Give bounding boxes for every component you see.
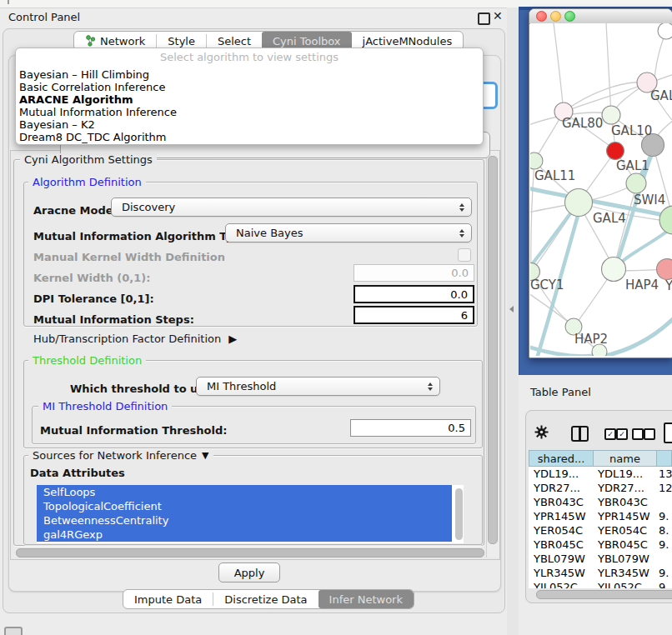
settings-vertical-scrollbar-thumb[interactable]: [488, 156, 498, 544]
traffic-light-close[interactable]: [536, 11, 547, 22]
settings-horizontal-scrollbar-thumb[interactable]: [16, 548, 484, 558]
network-node-gal4[interactable]: [565, 189, 593, 217]
table-row[interactable]: YBL079W YBL079W: [529, 552, 672, 566]
list-scrollbar-thumb[interactable]: [455, 488, 463, 540]
aracne-mode-combo[interactable]: Discovery: [111, 198, 472, 217]
sources-title-row[interactable]: Sources for Network Inference ▼: [28, 449, 213, 462]
tab-discretize-data-label: Discretize Data: [224, 593, 307, 606]
which-threshold-combo[interactable]: MI Threshold: [196, 377, 440, 396]
mi-type-value: Naive Bayes: [236, 227, 303, 239]
mi-type-combo[interactable]: Naive Bayes: [225, 223, 472, 242]
float-button[interactable]: [478, 12, 490, 25]
close-button[interactable]: ✕: [493, 9, 503, 22]
network-node-gal1[interactable]: [626, 173, 646, 193]
table-row[interactable]: YBR043C YBR043C: [529, 495, 672, 509]
network-node[interactable]: [659, 206, 672, 234]
algorithm-option-selected[interactable]: ARACNE Algorithm: [16, 93, 483, 106]
kernel-width-field[interactable]: 0.0: [354, 264, 474, 282]
panel-splitter[interactable]: [507, 8, 519, 635]
table-row[interactable]: YDR27... YDR27... 12: [529, 481, 672, 495]
node-label: HAP4: [625, 278, 659, 292]
tab-style-label: Style: [168, 35, 195, 48]
cell-shared: YPR145W: [529, 510, 593, 522]
network-icon: [85, 35, 96, 47]
cell-name: YDR27...: [593, 482, 656, 494]
mi-threshold-definition-title: MI Threshold Definition: [38, 400, 172, 412]
network-node-red[interactable]: [607, 142, 624, 160]
panel-title: Control Panel: [8, 11, 80, 23]
aracne-mode-label: Aracne Mode:: [33, 204, 118, 217]
gear-icon[interactable]: [534, 425, 549, 439]
network-node-gal10[interactable]: [602, 106, 620, 124]
traffic-light-zoom[interactable]: [564, 11, 575, 22]
list-item[interactable]: gal4RGexp: [37, 528, 452, 542]
collapse-arrow-icon: ▼: [202, 450, 208, 461]
cell-value: 12: [656, 482, 672, 494]
table-row[interactable]: YIL052C YIL052C 9: [529, 580, 672, 588]
table-row[interactable]: YER054C YER054C 8.: [529, 523, 672, 538]
aracne-mode-value: Discovery: [122, 201, 175, 213]
mi-steps-label: Mutual Information Steps:: [33, 313, 194, 326]
cyni-algorithm-settings-title: Cyni Algorithm Settings: [20, 153, 157, 166]
deselect-all-icon[interactable]: [644, 428, 655, 440]
apply-button[interactable]: Apply: [218, 562, 280, 582]
column-header-partial[interactable]: [657, 451, 671, 466]
cell-name: YDL19...: [593, 468, 656, 480]
algorithm-option[interactable]: Basic Correlation Inference: [16, 81, 483, 93]
cell-shared: YIL052C: [529, 581, 593, 588]
tab-infer-network[interactable]: Infer Network: [318, 590, 414, 608]
traffic-light-minimize[interactable]: [550, 11, 561, 22]
node-label: GAL80: [562, 116, 603, 131]
network-node[interactable]: [530, 152, 543, 169]
select-all-icon[interactable]: ✓: [604, 428, 616, 440]
hub-definition-expander[interactable]: Hub/Transcription Factor Definition ▶: [33, 332, 237, 345]
list-item[interactable]: BetweennessCentrality: [37, 513, 452, 528]
column-header-shared[interactable]: shared...: [529, 451, 594, 466]
column-header-name[interactable]: name: [594, 451, 657, 466]
algorithm-option[interactable]: Bayesian – K2: [16, 118, 483, 131]
manual-kernel-checkbox[interactable]: [458, 248, 471, 262]
table-row[interactable]: YDL19... YDL19... 13: [529, 467, 672, 481]
dpi-tolerance-field[interactable]: 0.0: [354, 285, 474, 303]
mi-threshold-field[interactable]: 0.5: [350, 419, 471, 437]
algorithm-option[interactable]: Dream8 DC_TDC Algorithm: [16, 131, 483, 143]
manual-kernel-label: Manual Kernel Width Definition: [33, 251, 225, 263]
minimized-panel-icon[interactable]: [4, 627, 23, 635]
network-canvas[interactable]: GAL GAL80 GAL10 GAL1 GAL11 SWI4 GAL4 GCY…: [530, 23, 672, 356]
table-row[interactable]: YLR345W YLR345W 9.: [529, 566, 672, 580]
node-label: HAP2: [574, 332, 608, 347]
data-attributes-label: Data Attributes: [30, 467, 125, 479]
data-attributes-list[interactable]: SelfLoops TopologicalCoefficient Between…: [37, 485, 464, 543]
deselect-all-icon[interactable]: [632, 428, 644, 440]
mi-steps-field[interactable]: 6: [354, 306, 474, 324]
table-panel-title: Table Panel: [530, 386, 591, 398]
node-label: SWI4: [634, 192, 665, 208]
algorithm-option[interactable]: Mutual Information Inference: [16, 106, 483, 118]
sources-title: Sources for Network Inference: [33, 449, 197, 462]
top-tick: [8, 0, 9, 4]
file-icon[interactable]: [664, 422, 672, 443]
table-row[interactable]: YBR045C YBR045C 9.: [529, 538, 672, 552]
algorithm-definition-title: Algorithm Definition: [28, 176, 146, 188]
tab-impute-data[interactable]: Impute Data: [123, 590, 213, 608]
network-node-hap4[interactable]: [602, 258, 626, 282]
network-graph: [530, 23, 672, 356]
hub-definition-label: Hub/Transcription Factor Definition: [33, 332, 221, 345]
cell-name: YER054C: [593, 524, 656, 537]
list-item[interactable]: TopologicalCoefficient: [37, 499, 452, 513]
algorithm-option[interactable]: Bayesian – Hill Climbing: [16, 68, 483, 81]
select-all-icon[interactable]: ✓: [616, 428, 628, 440]
network-node-salmon[interactable]: [657, 259, 672, 280]
tab-discretize-data[interactable]: Discretize Data: [213, 590, 318, 608]
combo-spinner-icon: [459, 229, 464, 238]
node-label: GAL4: [593, 211, 626, 226]
split-view-icon[interactable]: [571, 426, 589, 442]
list-item[interactable]: SelfLoops: [37, 485, 452, 499]
cell-shared: YDR27...: [529, 482, 593, 494]
splitter-collapse-icon[interactable]: [509, 306, 514, 312]
desktop: { "header": { "title": "Control Panel" }…: [0, 0, 672, 635]
table-row[interactable]: YPR145W YPR145W 9.: [529, 509, 672, 523]
network-node[interactable]: [658, 23, 672, 39]
split-divider: [579, 428, 581, 440]
table-horizontal-scrollbar-thumb[interactable]: [536, 590, 672, 599]
